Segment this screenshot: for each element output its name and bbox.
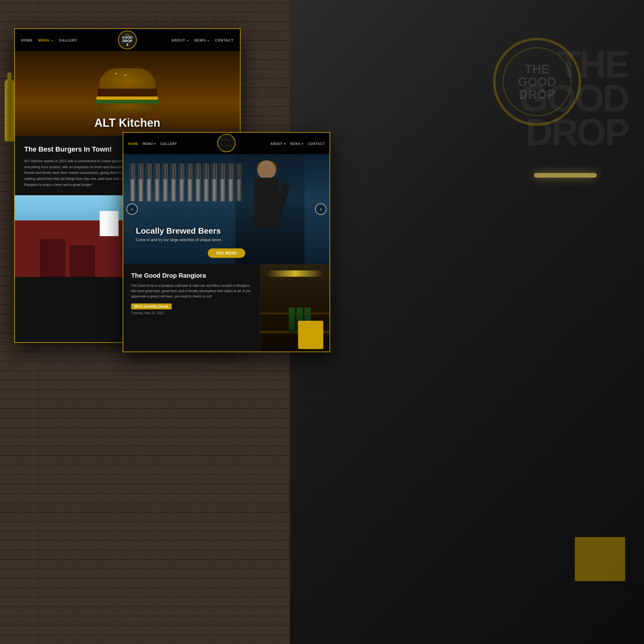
tap-handle-1 [130,164,134,179]
gd-about-arrow-icon: ▾ [283,142,286,146]
container-door-2 [70,246,95,277]
tap-handle-10 [204,164,208,179]
bartender-silhouette [235,154,304,264]
gd-news-arrow-icon: ▾ [301,142,303,146]
tap-11 [211,164,217,201]
nav-link-contact[interactable]: CONTACT [215,38,234,42]
nav-links-right: ABOUT ▾ NEWS ▾ CONTACT [171,37,234,43]
nav-link-news[interactable]: NEWS ▾ [194,38,209,42]
about-arrow-icon: ▾ [186,39,189,42]
gd-logo-main-text: GOODDROP [219,140,234,152]
tap-6 [170,164,176,201]
nav-item-menu[interactable]: MENU ▾ [38,37,53,43]
hero-title-container: ALT Kitchen [15,116,240,130]
nav-gd-item-home[interactable]: HOME [128,141,138,146]
person-body [241,160,298,264]
good-drop-content: The Good Drop Rangiora The Good Drop is … [123,264,330,352]
nav-gd-links-right: ABOUT ▾ NEWS ▾ CONTACT [270,141,325,146]
tap-handle-3 [147,164,151,179]
nav-item-contact[interactable]: CONTACT [215,37,234,43]
container-door-1 [40,239,65,277]
carousel-prev-icon: ‹ [131,206,133,212]
gd-section-body: The Good Drop is a boutique craft beer &… [131,283,252,299]
nav-link-about[interactable]: ABOUT ▾ [171,38,188,42]
tap-2 [138,164,143,201]
nav-link-home[interactable]: HOME [21,38,33,42]
tap-7 [179,164,184,201]
nav-gd-link-news[interactable]: NEWS ▾ [290,142,304,146]
nav-gd-item-about[interactable]: ABOUT ▾ [270,141,286,146]
logo-main-text: GOODDROP [122,36,133,43]
tap-3 [146,164,152,201]
tap-9 [195,164,201,201]
logo-alt-kitchen[interactable]: THE GOODDROP [118,31,137,49]
beer-tap-left [5,79,14,142]
nav-link-menu[interactable]: MENU ▾ [38,38,53,42]
good-drop-content-left: The Good Drop Rangiora The Good Drop is … [123,264,260,352]
good-drop-content-right [260,264,330,352]
nav-gd-link-gallery[interactable]: GALLERY [160,142,177,146]
tap-handle-8 [188,164,192,179]
tap-12 [219,164,225,201]
tap-1 [130,164,135,201]
nav-gd-item-news[interactable]: NEWS ▾ [290,141,304,146]
yellow-machine [298,321,323,349]
nav-item-gallery[interactable]: GALLERY [59,37,77,43]
tap-handle-2 [139,164,142,179]
bottle-3 [289,308,295,333]
nav-links-left: HOME MENU ▾ GALLERY [21,37,77,43]
person-torso [254,178,279,228]
tap-handle-11 [212,164,216,179]
logo-good-drop[interactable]: THE GOODDROP [217,134,236,152]
carousel-prev-button[interactable]: ‹ [126,203,138,215]
tap-4 [154,164,160,201]
burger-sesame-2 [124,75,127,76]
hero-burger-section: ALT Kitchen [15,51,240,136]
tap-handle-13 [229,164,232,179]
tap-handle-12 [220,164,224,179]
window-good-drop: HOME MENU ▾ GALLERY THE GOODDROP ABOUT ▾ [123,132,330,352]
nav-item-news[interactable]: NEWS ▾ [194,37,209,43]
burger-sesame-1 [115,73,117,74]
hero-title: ALT Kitchen [15,116,240,130]
gd-section-heading: The Good Drop Rangiora [131,272,252,279]
alt-kitchen-sign [100,211,119,236]
nav-item-home[interactable]: HOME [21,37,33,43]
carousel-next-button[interactable]: › [315,203,326,215]
burger-illustration [96,68,159,119]
burger-bun-top [99,68,156,90]
tap-10 [203,164,209,201]
menu-arrow-icon: ▾ [50,39,53,42]
bar-shelf-upper [260,313,330,314]
nav-gd-link-menu[interactable]: MENU ▾ [143,142,156,146]
bar-interior-photo [260,264,330,352]
nav-good-drop: HOME MENU ▾ GALLERY THE GOODDROP ABOUT ▾ [123,133,330,154]
background-right [290,0,644,644]
news-arrow-icon: ▾ [207,39,209,42]
nav-gd-link-home[interactable]: HOME [128,142,138,146]
burger-bun-bottom [97,103,157,113]
bar-light [267,270,323,277]
person-head [257,160,276,179]
gd-logo-top-text: THE [221,135,231,140]
nav-gd-item-gallery[interactable]: GALLERY [160,141,177,146]
nav-gd-link-contact[interactable]: CONTACT [308,142,325,146]
nav-item-about[interactable]: ABOUT ▾ [171,37,188,43]
carousel-next-icon: › [320,206,321,212]
nav-gd-item-contact[interactable]: CONTACT [308,141,325,146]
nav-link-gallery[interactable]: GALLERY [59,38,77,42]
nav-gd-item-menu[interactable]: MENU ▾ [143,141,156,146]
gd-status-detail: Tuesday, May 10, 2022 [131,311,252,316]
tap-5 [162,164,168,201]
tap-handle-4 [155,164,159,179]
tap-handle-5 [163,164,167,179]
tap-handle-9 [196,164,200,179]
hero-beers-title: Locally Brewed Beers [136,226,267,236]
nav-gd-link-about[interactable]: ABOUT ▾ [270,142,286,146]
tap-8 [187,164,192,201]
tap-13 [228,164,233,201]
nav-gd-links-left: HOME MENU ▾ GALLERY [128,141,177,146]
tap-handle-7 [180,164,183,179]
see-menu-button[interactable]: See Menu [208,248,245,258]
hero-beers-subtitle: Come in and try our large selection of u… [136,238,267,242]
